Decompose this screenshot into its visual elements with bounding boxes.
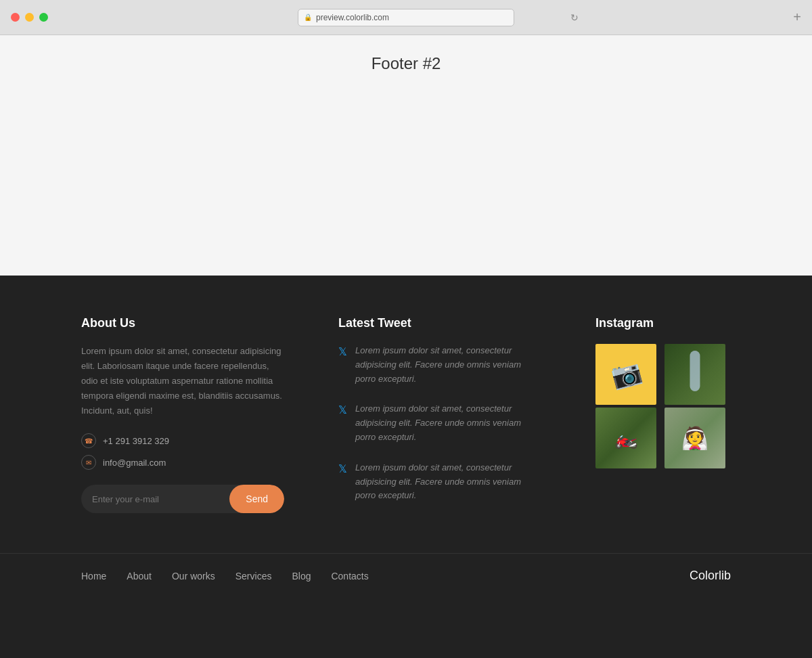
tweet-title: Latest Tweet: [338, 316, 541, 330]
email-input[interactable]: [81, 485, 229, 513]
page-wrapper: Footer #2 About Us Lorem ipsum dolor sit…: [0, 35, 812, 658]
instagram-photo-3[interactable]: [595, 408, 656, 468]
instagram-grid: [595, 344, 731, 468]
traffic-lights: [11, 13, 48, 22]
tweet-text-1: Lorem ipsum dolor sit amet, consectetur …: [355, 344, 541, 386]
maximize-button[interactable]: [39, 13, 48, 22]
tweet-item-3: 𝕏 Lorem ipsum dolor sit amet, consectetu…: [338, 461, 541, 503]
newsletter-form: Send: [81, 485, 284, 513]
twitter-icon-2: 𝕏: [338, 403, 347, 444]
instagram-title: Instagram: [595, 316, 731, 330]
footer-bottom: Home About Our works Services Blog Conta…: [0, 553, 812, 598]
refresh-button[interactable]: ↻: [570, 12, 579, 23]
instagram-photo-2[interactable]: [664, 344, 725, 405]
nav-link-our-works[interactable]: Our works: [172, 571, 215, 582]
nav-link-home[interactable]: Home: [81, 571, 106, 582]
minimize-button[interactable]: [25, 13, 34, 22]
phone-icon: ☎: [81, 433, 96, 448]
footer-nav: Home About Our works Services Blog Conta…: [81, 571, 369, 582]
photo-camera-img: [595, 344, 656, 405]
add-tab-button[interactable]: +: [793, 9, 801, 25]
tweet-text-3: Lorem ipsum dolor sit amet, consectetur …: [355, 461, 541, 503]
instagram-photo-1[interactable]: [595, 344, 656, 405]
tweet-item-1: 𝕏 Lorem ipsum dolor sit amet, consectetu…: [338, 344, 541, 386]
instagram-photo-4[interactable]: [664, 408, 725, 468]
email-address: info@gmail.com: [103, 458, 166, 468]
twitter-icon-1: 𝕏: [338, 345, 347, 386]
tweet-text-2: Lorem ipsum dolor sit amet, consectetur …: [355, 402, 541, 444]
email-icon: ✉: [81, 455, 96, 470]
twitter-icon-3: 𝕏: [338, 462, 347, 503]
footer-main: About Us Lorem ipsum dolor sit amet, con…: [0, 276, 812, 553]
nav-link-contacts[interactable]: Contacts: [331, 571, 368, 582]
address-bar[interactable]: 🔒 preview.colorlib.com: [298, 9, 514, 26]
about-description: Lorem ipsum dolor sit amet, consectetur …: [81, 344, 284, 418]
nav-link-about[interactable]: About: [127, 571, 152, 582]
phone-number: +1 291 3912 329: [103, 436, 169, 446]
footer-tweet-column: Latest Tweet 𝕏 Lorem ipsum dolor sit ame…: [338, 316, 541, 519]
nav-link-services[interactable]: Services: [235, 571, 272, 582]
footer-brand: Colorlib: [690, 569, 731, 583]
photo-waterfall-img: [664, 344, 725, 405]
email-contact: ✉ info@gmail.com: [81, 455, 284, 470]
main-content: Footer #2: [0, 35, 812, 276]
footer-about-column: About Us Lorem ipsum dolor sit amet, con…: [81, 316, 284, 519]
close-button[interactable]: [11, 13, 20, 22]
footer-instagram-column: Instagram: [595, 316, 731, 519]
page-title: Footer #2: [371, 54, 441, 73]
photo-woman-img: [664, 408, 725, 468]
nav-link-blog[interactable]: Blog: [292, 571, 311, 582]
about-title: About Us: [81, 316, 284, 330]
footer: About Us Lorem ipsum dolor sit amet, con…: [0, 276, 812, 658]
browser-chrome: 🔒 preview.colorlib.com ↻ +: [0, 0, 812, 35]
photo-bike-img: [595, 408, 656, 468]
lock-icon: 🔒: [304, 14, 312, 21]
tweet-item-2: 𝕏 Lorem ipsum dolor sit amet, consectetu…: [338, 402, 541, 444]
url-text: preview.colorlib.com: [316, 13, 389, 22]
send-button[interactable]: Send: [229, 485, 284, 513]
phone-contact: ☎ +1 291 3912 329: [81, 433, 284, 448]
